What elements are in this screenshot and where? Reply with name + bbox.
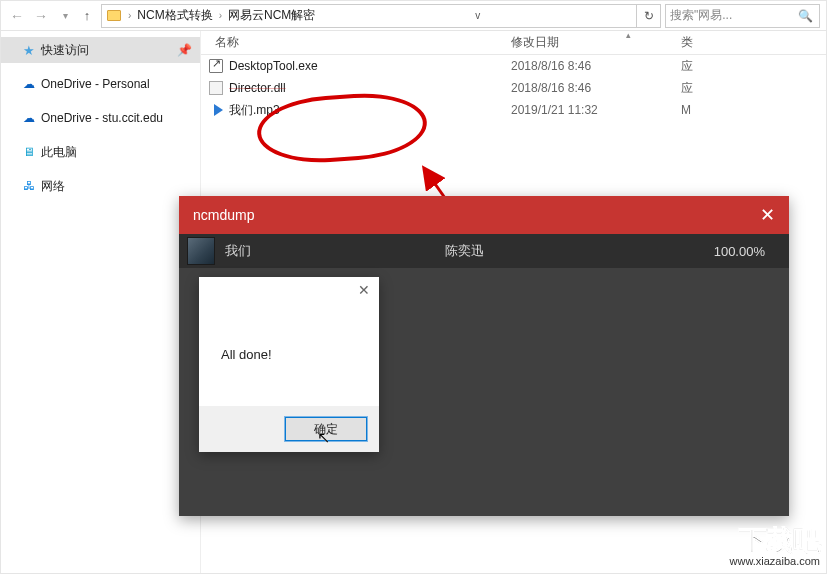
history-dropdown[interactable]: v <box>466 5 490 27</box>
address-bar: ← → ▾ ↑ › NCM格式转换 › 网易云NCM解密 v ↻ 搜索"网易..… <box>1 1 826 31</box>
file-row[interactable]: Director.dll 2018/8/16 8:46 应 <box>201 77 826 99</box>
sidebar-item-this-pc[interactable]: 🖥 此电脑 <box>1 139 200 165</box>
search-icon[interactable]: 🔍 <box>792 9 819 23</box>
ok-button[interactable]: 确定 <box>285 417 367 441</box>
cloud-icon: ☁ <box>23 111 35 125</box>
star-icon: ★ <box>23 43 35 58</box>
file-type: 应 <box>681 58 693 75</box>
audio-icon <box>201 104 229 116</box>
file-name: Director.dll <box>229 81 511 95</box>
network-icon: 🖧 <box>23 179 35 193</box>
sidebar-item-quick-access[interactable]: ★ 快速访问 📌 <box>1 37 200 63</box>
close-button[interactable]: ✕ <box>745 196 789 234</box>
up-button[interactable]: ↑ <box>77 4 97 28</box>
file-date: 2018/8/16 8:46 <box>511 81 681 95</box>
exe-icon <box>201 59 229 73</box>
column-header-name[interactable]: 名称 <box>201 34 511 51</box>
watermark-url: www.xiazaiba.com <box>730 555 820 567</box>
ncmdump-titlebar[interactable]: ncmdump ✕ <box>179 196 789 234</box>
column-header-type[interactable]: 类 <box>681 34 826 51</box>
track-progress: 100.00% <box>714 244 789 259</box>
track-title: 我们 <box>225 242 445 260</box>
file-type: M <box>681 103 691 117</box>
close-icon: ✕ <box>760 204 775 226</box>
track-artist: 陈奕迅 <box>445 242 635 260</box>
file-date: 2019/1/21 11:32 <box>511 103 681 117</box>
close-icon: ✕ <box>358 282 370 298</box>
sidebar-item-label: 此电脑 <box>41 144 77 161</box>
message-dialog: ✕ All done! 确定 <box>199 277 379 452</box>
search-placeholder: 搜索"网易... <box>670 7 732 24</box>
file-date: 2018/8/16 8:46 <box>511 59 681 73</box>
file-name: DesktopTool.exe <box>229 59 511 73</box>
file-row[interactable]: 我们.mp3 2019/1/21 11:32 M <box>201 99 826 121</box>
pc-icon: 🖥 <box>23 145 35 159</box>
sidebar-item-label: 网络 <box>41 178 65 195</box>
search-input[interactable]: 搜索"网易... 🔍 <box>665 4 820 28</box>
sidebar-item-label: OneDrive - stu.ccit.edu <box>41 111 163 125</box>
dll-icon <box>201 81 229 95</box>
track-row[interactable]: 我们 陈奕迅 100.00% <box>179 234 789 268</box>
refresh-button[interactable]: ↻ <box>636 5 660 27</box>
pin-icon: 📌 <box>176 43 192 57</box>
breadcrumb-item[interactable]: NCM格式转换 <box>133 7 216 24</box>
file-type: 应 <box>681 80 693 97</box>
window-title: ncmdump <box>193 207 254 223</box>
chevron-right-icon: › <box>217 10 224 21</box>
forward-button[interactable]: → <box>29 4 53 28</box>
back-button[interactable]: ← <box>5 4 29 28</box>
recent-dropdown[interactable]: ▾ <box>53 4 77 28</box>
breadcrumb-item[interactable]: 网易云NCM解密 <box>224 7 319 24</box>
sort-caret-icon: ▴ <box>626 30 631 40</box>
sidebar-item-onedrive-school[interactable]: ☁ OneDrive - stu.ccit.edu <box>1 105 200 131</box>
chevron-right-icon: › <box>126 10 133 21</box>
file-row[interactable]: DesktopTool.exe 2018/8/16 8:46 应 <box>201 55 826 77</box>
dialog-close-button[interactable]: ✕ <box>349 277 379 303</box>
cloud-icon: ☁ <box>23 77 35 91</box>
navigation-sidebar: ★ 快速访问 📌 ☁ OneDrive - Personal ☁ OneDriv… <box>1 31 201 573</box>
dialog-message: All done! <box>199 303 379 406</box>
watermark-logo: 下载吧 <box>730 527 820 555</box>
folder-icon <box>106 8 122 24</box>
sidebar-item-network[interactable]: 🖧 网络 <box>1 173 200 199</box>
sidebar-item-label: 快速访问 <box>41 42 89 59</box>
sidebar-item-label: OneDrive - Personal <box>41 77 150 91</box>
file-name: 我们.mp3 <box>229 102 511 119</box>
watermark: 下载吧 www.xiazaiba.com <box>730 527 820 567</box>
breadcrumb[interactable]: › NCM格式转换 › 网易云NCM解密 v ↻ <box>101 4 661 28</box>
sidebar-item-onedrive-personal[interactable]: ☁ OneDrive - Personal <box>1 71 200 97</box>
column-header-row: 名称 修改日期 类 <box>201 31 826 55</box>
album-art <box>187 237 215 265</box>
dialog-footer: 确定 <box>199 406 379 452</box>
column-header-date[interactable]: 修改日期 <box>511 34 681 51</box>
